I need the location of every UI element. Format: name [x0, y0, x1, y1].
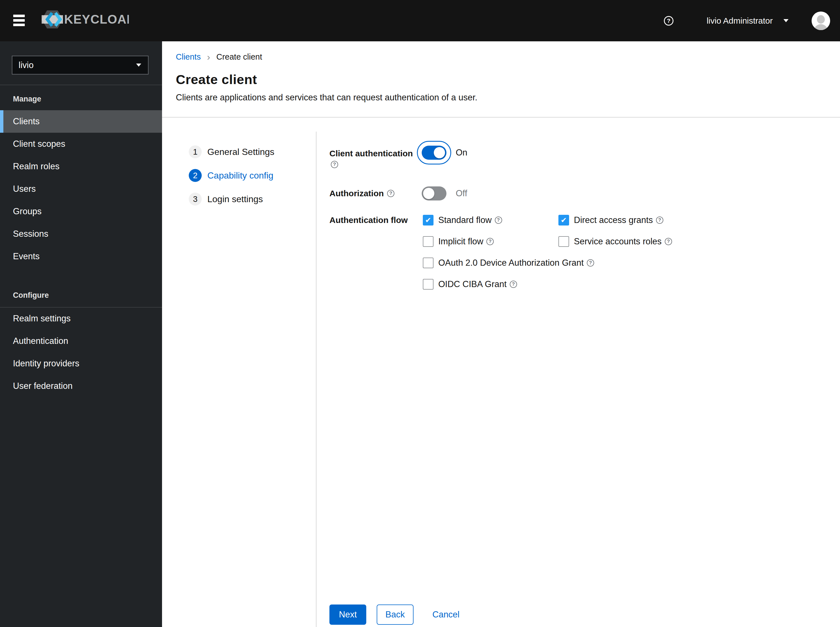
sidebar-item-client-scopes[interactable]: Client scopes: [0, 133, 162, 155]
main-content: Clients › Create client Create client Cl…: [162, 41, 840, 627]
realm-selector-value: livio: [19, 60, 33, 70]
service-accounts-roles-checkbox[interactable]: [558, 236, 569, 247]
oauth-device-grant-help-icon[interactable]: ?: [587, 259, 594, 266]
configure-nav-list: Realm settings Authentication Identity p…: [0, 307, 162, 397]
oauth-device-grant-checkbox[interactable]: [423, 258, 434, 268]
masthead: KEYCLOAK ? livio Administrator: [0, 0, 840, 41]
wizard-steps: 1 General Settings 2 Capability config 3…: [189, 145, 274, 206]
logo-wordmark: KEYCLOAK: [64, 13, 129, 26]
sidebar-item-sessions[interactable]: Sessions: [0, 223, 162, 245]
authentication-flow-label: Authentication flow: [329, 215, 407, 225]
standard-flow-checkbox[interactable]: ✔: [423, 215, 434, 225]
keycloak-admin-console: KEYCLOAK ? livio Administrator livio Man…: [0, 0, 840, 627]
step-general-settings[interactable]: 1 General Settings: [189, 145, 274, 158]
step-number: 1: [189, 145, 202, 158]
wizard-nav-divider: [316, 132, 316, 627]
header-divider: [162, 117, 840, 118]
auth-flow-option: ✔ Standard flow ?: [423, 215, 558, 225]
authentication-flow-options: ✔ Standard flow ? ✔ Direct access grants…: [423, 215, 733, 290]
avatar[interactable]: [812, 11, 830, 30]
avatar-person-icon: [817, 15, 825, 24]
hamburger-icon: [13, 15, 25, 17]
breadcrumb-clients-link[interactable]: Clients: [176, 52, 201, 61]
sidebar-item-clients[interactable]: Clients: [0, 110, 162, 133]
chevron-right-icon: ›: [207, 52, 210, 61]
next-button[interactable]: Next: [329, 605, 366, 625]
realm-selector[interactable]: livio: [12, 56, 148, 74]
oidc-ciba-grant-help-icon[interactable]: ?: [510, 280, 517, 288]
sidebar-item-authentication[interactable]: Authentication: [0, 330, 162, 352]
direct-access-grants-help-icon[interactable]: ?: [656, 216, 663, 224]
authorization-label: Authorization?: [329, 188, 395, 199]
auth-flow-option: OIDC CIBA Grant ?: [423, 279, 558, 290]
manage-nav-list: Clients Client scopes Realm roles Users …: [0, 110, 162, 268]
nav-section-manage: Manage: [13, 95, 41, 104]
client-authentication-toggle[interactable]: [422, 146, 447, 160]
direct-access-grants-checkbox[interactable]: ✔: [558, 215, 569, 225]
client-authentication-label: Client authentication: [329, 148, 413, 159]
auth-flow-option: OAuth 2.0 Device Authorization Grant ?: [423, 258, 558, 268]
standard-flow-help-icon[interactable]: ?: [495, 216, 502, 224]
auth-flow-option: Service accounts roles ?: [558, 236, 733, 247]
sidebar: livio Manage Clients Client scopes Realm…: [0, 41, 162, 627]
sidebar-divider: [0, 85, 162, 85]
chevron-down-icon: [136, 63, 141, 67]
sidebar-item-events[interactable]: Events: [0, 245, 162, 268]
authorization-toggle[interactable]: [422, 186, 447, 200]
page-title: Create client: [176, 72, 257, 87]
oidc-ciba-grant-checkbox[interactable]: [423, 279, 434, 290]
sidebar-item-realm-roles[interactable]: Realm roles: [0, 155, 162, 178]
user-dropdown[interactable]: livio Administrator: [707, 16, 788, 25]
check-icon: ✔: [425, 216, 431, 224]
back-button[interactable]: Back: [377, 605, 414, 625]
keycloak-logo: KEYCLOAK: [42, 10, 129, 28]
step-number: 3: [189, 192, 202, 206]
authorization-value: Off: [456, 188, 467, 199]
sidebar-item-user-federation[interactable]: User federation: [0, 375, 162, 397]
step-capability-config[interactable]: 2 Capability config: [189, 169, 274, 182]
service-accounts-roles-help-icon[interactable]: ?: [665, 238, 672, 245]
cancel-button[interactable]: Cancel: [433, 610, 459, 620]
breadcrumb: Clients › Create client: [176, 52, 262, 61]
step-number: 2: [189, 169, 202, 182]
nav-section-configure: Configure: [13, 291, 49, 300]
sidebar-item-identity-providers[interactable]: Identity providers: [0, 352, 162, 375]
sidebar-item-groups[interactable]: Groups: [0, 200, 162, 223]
check-icon: ✔: [561, 216, 567, 224]
help-icon[interactable]: ?: [664, 16, 673, 25]
client-authentication-value: On: [456, 147, 467, 158]
sidebar-item-users[interactable]: Users: [0, 178, 162, 200]
breadcrumb-current: Create client: [216, 52, 262, 61]
toggle-knob: [434, 147, 445, 158]
wizard-footer: Next Back Cancel: [329, 605, 459, 625]
auth-flow-option: ✔ Direct access grants ?: [558, 215, 733, 225]
step-login-settings[interactable]: 3 Login settings: [189, 192, 274, 206]
authorization-help-icon[interactable]: ?: [387, 190, 395, 197]
client-authentication-help-icon[interactable]: ?: [331, 161, 338, 168]
chevron-down-icon: [783, 19, 788, 22]
implicit-flow-help-icon[interactable]: ?: [486, 238, 494, 245]
page-subtitle: Clients are applications and services th…: [176, 93, 477, 102]
masthead-toolbar: ? livio Administrator: [664, 0, 840, 41]
toggle-knob: [423, 188, 434, 199]
sidebar-item-realm-settings[interactable]: Realm settings: [0, 307, 162, 330]
implicit-flow-checkbox[interactable]: [423, 236, 434, 247]
nav-toggle-button[interactable]: [13, 15, 25, 26]
user-name: livio Administrator: [707, 16, 773, 25]
auth-flow-option: Implicit flow ?: [423, 236, 558, 247]
